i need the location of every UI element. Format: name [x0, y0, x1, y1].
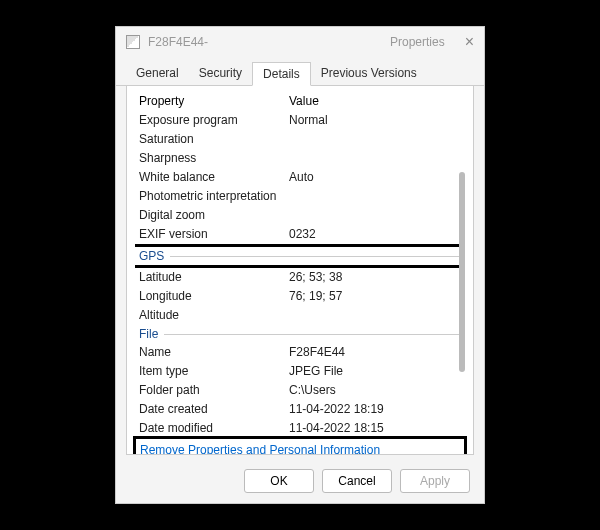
divider-icon [164, 334, 461, 335]
header-property: Property [139, 93, 289, 110]
header-value: Value [289, 93, 461, 110]
tab-details[interactable]: Details [252, 62, 311, 86]
tab-general[interactable]: General [126, 62, 189, 86]
scrollbar-thumb[interactable] [459, 172, 465, 372]
tab-previous-versions[interactable]: Previous Versions [311, 62, 427, 86]
table-row[interactable]: Longitude 76; 19; 57 [135, 287, 465, 306]
table-row[interactable]: Name F28F4E44 [135, 343, 465, 362]
apply-button: Apply [400, 469, 470, 493]
section-gps: GPS [135, 247, 465, 265]
table-row[interactable]: Altitude [135, 306, 465, 325]
table-row[interactable]: White balance Auto [135, 168, 465, 187]
table-row[interactable]: Exposure program Normal [135, 111, 465, 130]
details-panel: Property Value Exposure program Normal S… [126, 86, 474, 455]
window-filename: F28F4E44- [148, 35, 208, 49]
titlebar: F28F4E44- Properties × [116, 27, 484, 57]
table-row[interactable]: Sharpness [135, 149, 465, 168]
table-row[interactable]: Saturation [135, 130, 465, 149]
properties-dialog: F28F4E44- Properties × General Security … [115, 26, 485, 504]
section-file: File [135, 325, 465, 343]
dialog-buttons: OK Cancel Apply [116, 461, 484, 503]
divider-icon [170, 256, 461, 257]
cancel-button[interactable]: Cancel [322, 469, 392, 493]
table-header: Property Value [135, 92, 465, 111]
file-icon [126, 35, 140, 49]
remove-properties-link[interactable]: Remove Properties and Personal Informati… [140, 443, 380, 455]
table-row[interactable]: EXIF version 0232 [135, 225, 465, 244]
tab-strip: General Security Details Previous Versio… [116, 57, 484, 86]
table-row[interactable]: Photometric interpretation [135, 187, 465, 206]
remove-link-highlight: Remove Properties and Personal Informati… [133, 436, 467, 455]
table-row[interactable]: Date created 11-04-2022 18:19 [135, 400, 465, 419]
window-title: Properties [390, 35, 445, 49]
ok-button[interactable]: OK [244, 469, 314, 493]
table-row[interactable]: Date modified 11-04-2022 18:15 [135, 419, 465, 432]
tab-security[interactable]: Security [189, 62, 252, 86]
close-icon[interactable]: × [465, 33, 474, 51]
table-row[interactable]: Item type JPEG File [135, 362, 465, 381]
table-row[interactable]: Latitude 26; 53; 38 [135, 268, 465, 287]
table-row[interactable]: Folder path C:\Users [135, 381, 465, 400]
property-table: Property Value Exposure program Normal S… [135, 92, 465, 432]
gps-section-highlight: GPS [135, 244, 465, 268]
table-row[interactable]: Digital zoom [135, 206, 465, 225]
